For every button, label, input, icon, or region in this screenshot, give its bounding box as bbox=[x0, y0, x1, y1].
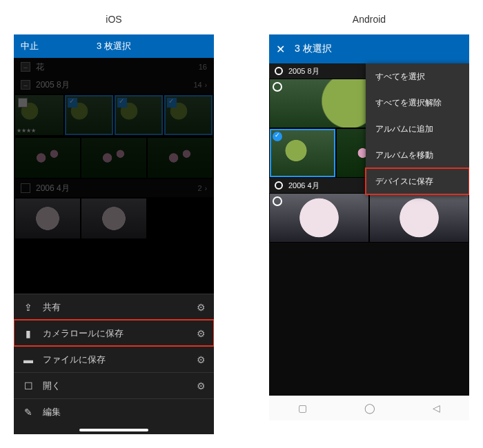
share-icon: ⇪ bbox=[22, 302, 34, 313]
open-label: 開く bbox=[43, 380, 61, 392]
android-body: 2005 8月 2006 4月 2 枚の写真 すべてを選択 bbox=[269, 63, 469, 243]
collapse-icon: – bbox=[21, 62, 30, 72]
photo-thumb[interactable] bbox=[15, 138, 80, 178]
photo-thumb[interactable] bbox=[270, 129, 335, 177]
collapse-icon: – bbox=[21, 80, 30, 90]
overflow-menu: すべてを選択 すべてを選択解除 アルバムに追加 アルバムを移動 デバイスに保存 bbox=[366, 63, 469, 194]
thumb-row-a3 bbox=[269, 193, 469, 243]
chevron-right-icon: › bbox=[205, 185, 207, 192]
ios-label: iOS bbox=[106, 14, 121, 25]
android-column: Android ✕ 3 枚選択 2005 8月 2006 4月 2 枚の写真 bbox=[262, 14, 476, 434]
checkbox-empty-icon bbox=[21, 183, 30, 193]
save-cameraroll-label: カメラロールに保存 bbox=[43, 327, 124, 340]
gear-icon[interactable]: ⚙ bbox=[197, 380, 206, 391]
group-2006-4[interactable]: 2006 4月 2 › bbox=[14, 179, 214, 197]
menu-move-album[interactable]: アルバムを移動 bbox=[366, 142, 469, 168]
folder-icon: ▬ bbox=[22, 354, 34, 365]
selection-title: 3 枚選択 bbox=[295, 43, 332, 55]
gear-icon[interactable]: ⚙ bbox=[197, 328, 206, 339]
photo-thumb bbox=[148, 198, 213, 238]
group-label: 2006 4月 bbox=[36, 183, 70, 194]
photo-thumb[interactable] bbox=[270, 194, 368, 242]
ios-column: iOS 中止 3 枚選択 – 花 16 – 2005 8月 14 › ★★★★ bbox=[7, 14, 221, 434]
android-phone: ✕ 3 枚選択 2005 8月 2006 4月 2 枚の写真 bbox=[269, 34, 469, 420]
edit-icon: ✎ bbox=[22, 407, 34, 418]
checkbox-checked-icon bbox=[68, 98, 77, 108]
save-file-button[interactable]: ▬ ファイルに保存 ⚙ bbox=[14, 346, 214, 372]
nav-recent-icon[interactable]: ▢ bbox=[298, 403, 307, 414]
open-button[interactable]: ☐ 開く ⚙ bbox=[14, 372, 214, 398]
save-file-label: ファイルに保存 bbox=[43, 354, 106, 366]
ios-phone: 中止 3 枚選択 – 花 16 – 2005 8月 14 › ★★★★ bbox=[14, 34, 214, 434]
open-icon: ☐ bbox=[22, 380, 34, 391]
menu-add-album[interactable]: アルバムに追加 bbox=[366, 116, 469, 142]
radio-empty-icon bbox=[275, 67, 283, 75]
select-checked-icon bbox=[273, 132, 282, 141]
home-indicator[interactable] bbox=[79, 429, 148, 431]
select-ring-icon bbox=[273, 196, 282, 206]
close-icon[interactable]: ✕ bbox=[276, 43, 285, 56]
photo-thumb[interactable] bbox=[115, 95, 163, 135]
radio-empty-icon bbox=[275, 181, 283, 190]
menu-select-all[interactable]: すべてを選択 bbox=[366, 63, 469, 90]
ios-header: 中止 3 枚選択 bbox=[14, 34, 214, 58]
group-label: 2006 4月 bbox=[288, 181, 319, 191]
photo-thumb[interactable] bbox=[15, 198, 80, 238]
gear-icon[interactable]: ⚙ bbox=[197, 354, 206, 365]
group-label: 2005 8月 bbox=[288, 66, 319, 77]
menu-deselect-all[interactable]: すべてを選択解除 bbox=[366, 90, 469, 116]
android-label: Android bbox=[353, 14, 386, 25]
edit-label: 編集 bbox=[43, 406, 61, 418]
photo-thumb[interactable] bbox=[65, 95, 113, 135]
group-2005-8[interactable]: – 2005 8月 14 › bbox=[14, 76, 214, 94]
group-count: 14 bbox=[193, 81, 201, 89]
select-ring-icon bbox=[273, 82, 282, 92]
group-count: 16 bbox=[199, 63, 207, 71]
thumb-row-1: ★★★★ bbox=[14, 94, 214, 136]
rating-stars: ★★★★ bbox=[17, 128, 36, 134]
save-cameraroll-button[interactable]: ▮ カメラロールに保存 ⚙ bbox=[14, 320, 214, 346]
thumb-row-2 bbox=[14, 136, 214, 179]
android-header: ✕ 3 枚選択 bbox=[269, 34, 469, 63]
photo-thumb[interactable]: ★★★★ bbox=[15, 95, 63, 135]
ios-body: – 花 16 – 2005 8月 14 › ★★★★ bbox=[14, 58, 214, 240]
photo-thumb[interactable] bbox=[164, 95, 213, 135]
selection-title: 3 枚選択 bbox=[97, 40, 131, 52]
checkbox-icon bbox=[18, 98, 28, 108]
photo-thumb[interactable] bbox=[81, 138, 146, 178]
checkbox-checked-icon bbox=[117, 98, 127, 108]
nav-back-icon[interactable]: ◁ bbox=[433, 403, 440, 414]
action-sheet: ⇪ 共有 ⚙ ▮ カメラロールに保存 ⚙ ▬ ファイルに保存 ⚙ ☐ 開く ⚙ … bbox=[14, 294, 214, 434]
gear-icon[interactable]: ⚙ bbox=[197, 302, 206, 313]
photo-thumb[interactable] bbox=[81, 198, 146, 238]
group-label: 花 bbox=[36, 61, 44, 73]
share-label: 共有 bbox=[43, 301, 61, 314]
photo-thumb[interactable] bbox=[370, 194, 469, 242]
cancel-button[interactable]: 中止 bbox=[21, 40, 39, 52]
edit-button[interactable]: ✎ 編集 bbox=[14, 398, 214, 425]
android-navbar: ▢ ◯ ◁ bbox=[269, 396, 469, 420]
menu-save-device[interactable]: デバイスに保存 bbox=[366, 168, 469, 194]
group-hana[interactable]: – 花 16 bbox=[14, 58, 214, 76]
share-button[interactable]: ⇪ 共有 ⚙ bbox=[14, 294, 214, 320]
thumb-row-3 bbox=[14, 197, 214, 240]
photo-thumb[interactable] bbox=[148, 138, 213, 178]
group-count: 2 bbox=[198, 184, 202, 192]
chevron-right-icon: › bbox=[205, 81, 207, 89]
save-icon: ▮ bbox=[22, 328, 34, 339]
group-label: 2005 8月 bbox=[36, 79, 70, 91]
nav-home-icon[interactable]: ◯ bbox=[364, 403, 375, 414]
checkbox-checked-icon bbox=[167, 98, 177, 108]
